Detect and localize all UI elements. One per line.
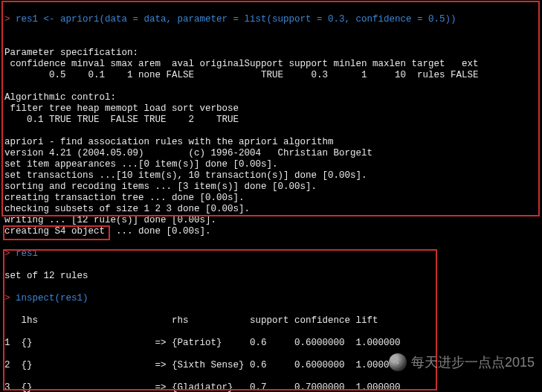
- prompt: >: [4, 14, 16, 25]
- console-line: > res1: [4, 248, 538, 260]
- command-apriori: res1 <- apriori(data = data, parameter =…: [16, 14, 456, 25]
- command-inspect: inspect(res1): [16, 293, 88, 303]
- rule-row: 1 {} => {Patriot} 0.6 0.6000000 1.000000: [4, 338, 538, 349]
- rule-row: 2 {} => {Sixth Sense} 0.6 0.6000000 1.00…: [4, 360, 538, 371]
- console-line: > res1 <- apriori(data = data, parameter…: [4, 14, 538, 25]
- output-block: Parameter specification: confidence minv…: [4, 36, 538, 237]
- rules-header: lhs rhs support confidence lift: [4, 315, 538, 327]
- prompt: >: [4, 248, 16, 259]
- r-console[interactable]: > res1 <- apriori(data = data, parameter…: [0, 0, 542, 392]
- prompt: >: [4, 293, 16, 303]
- rule-row: 3 {} => {Gladiator} 0.7 0.7000000 1.0000…: [4, 382, 538, 392]
- console-line: > inspect(res1): [4, 293, 538, 304]
- set-of-rules: set of 12 rules: [4, 271, 538, 282]
- command-res1: res1: [16, 248, 38, 259]
